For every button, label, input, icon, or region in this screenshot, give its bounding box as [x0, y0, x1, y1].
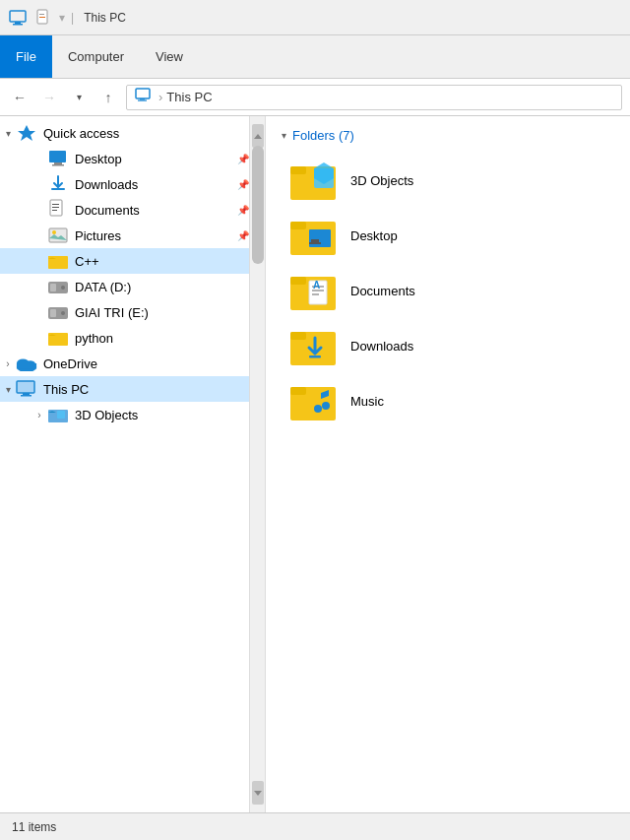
ribbon: File Computer View	[0, 35, 630, 79]
desktop-folder-icon	[289, 214, 341, 257]
downloads-folder-name: Downloads	[350, 339, 413, 354]
folder-grid: 3D Objects Desktop	[282, 155, 614, 426]
downloads-icon	[47, 173, 69, 195]
svg-rect-1	[15, 22, 21, 24]
svg-rect-13	[51, 188, 65, 190]
folder-item-desktop[interactable]: Desktop	[282, 210, 614, 261]
cpp-label: C++	[75, 254, 99, 269]
3d-objects-name: 3D Objects	[350, 173, 413, 188]
sidebar-item-desktop[interactable]: Desktop 📌	[0, 146, 265, 171]
svg-rect-12	[52, 164, 64, 166]
svg-rect-47	[309, 242, 321, 244]
quick-access-label: Quick access	[43, 126, 119, 141]
up-button[interactable]: ↑	[96, 86, 120, 109]
expand-arrow-onedrive: ›	[0, 358, 16, 369]
sidebar-item-giai-tri[interactable]: GIAI TRI (E:)	[0, 299, 265, 325]
3d-objects-label: 3D Objects	[75, 408, 138, 422]
svg-rect-34	[17, 381, 34, 393]
back-button[interactable]: ←	[8, 86, 32, 109]
3d-objects-icon	[47, 404, 69, 425]
folders-section-header: ▾ Folders (7)	[282, 128, 614, 143]
tab-computer[interactable]: Computer	[52, 35, 140, 78]
svg-point-19	[52, 230, 56, 234]
drive-d-icon	[47, 276, 69, 297]
path-separator: ›	[158, 90, 162, 104]
svg-point-27	[61, 311, 65, 315]
svg-rect-57	[309, 355, 321, 358]
svg-rect-38	[57, 411, 65, 419]
svg-rect-46	[311, 239, 319, 242]
folder-item-3d-objects[interactable]: 3D Objects	[282, 155, 614, 206]
folder-item-downloads[interactable]: Downloads	[282, 320, 614, 371]
documents-label: Documents	[75, 203, 140, 218]
svg-text:A: A	[313, 280, 320, 291]
sidebar-item-python[interactable]: python	[0, 325, 265, 351]
sidebar-item-documents[interactable]: Documents 📌	[0, 197, 265, 223]
svg-rect-45	[309, 229, 331, 247]
music-folder-icon	[289, 379, 341, 422]
window-title: This PC	[84, 11, 126, 25]
sidebar-item-3d-objects[interactable]: › 3D Objects	[0, 402, 265, 427]
folder-item-documents[interactable]: A Documents	[282, 265, 614, 316]
svg-rect-17	[52, 210, 57, 211]
drive-e-icon	[47, 301, 69, 323]
onedrive-icon	[16, 353, 37, 374]
svg-rect-40	[290, 166, 306, 174]
sidebar-item-quick-access[interactable]: ▾ Quick access	[0, 120, 265, 146]
sidebar-item-onedrive[interactable]: › OneDrive	[0, 351, 265, 376]
item-count: 11 items	[12, 820, 56, 834]
svg-rect-49	[290, 277, 306, 285]
cpp-folder-icon	[47, 250, 69, 272]
scroll-up-button[interactable]	[252, 124, 264, 148]
svg-rect-8	[138, 99, 147, 100]
svg-rect-5	[39, 14, 44, 15]
svg-point-60	[314, 405, 322, 413]
sidebar-scrollbar[interactable]	[249, 116, 265, 812]
this-pc-label: This PC	[43, 382, 89, 397]
svg-rect-0	[10, 11, 26, 22]
sidebar-item-data-d[interactable]: DATA (D:)	[0, 274, 265, 299]
address-bar: ← → ▾ ↑ › This PC	[0, 79, 630, 116]
expand-arrow-this-pc: ▾	[0, 384, 16, 395]
svg-marker-9	[18, 125, 35, 141]
svg-rect-35	[23, 393, 30, 395]
svg-rect-4	[39, 17, 45, 18]
music-folder-name: Music	[350, 394, 384, 409]
scroll-thumb[interactable]	[252, 146, 264, 264]
tab-file[interactable]: File	[0, 35, 52, 78]
scroll-up-arrow	[254, 134, 262, 139]
svg-rect-36	[21, 395, 32, 397]
svg-rect-11	[54, 162, 62, 164]
svg-rect-44	[290, 222, 306, 229]
desktop-folder-name: Desktop	[350, 228, 398, 243]
svg-rect-32	[17, 363, 36, 369]
expand-arrow: ▾	[0, 128, 16, 139]
quick-access-icon	[16, 122, 37, 144]
pc-icon	[135, 88, 153, 107]
sidebar-item-downloads[interactable]: Downloads 📌	[0, 171, 265, 197]
tab-view[interactable]: View	[140, 35, 199, 78]
scroll-down-arrow	[254, 791, 262, 796]
recent-button[interactable]: ▾	[67, 86, 91, 109]
path-label: This PC	[166, 90, 212, 104]
svg-rect-10	[49, 151, 66, 162]
expand-arrow-3d: ›	[32, 410, 47, 420]
address-path[interactable]: › This PC	[126, 85, 622, 110]
downloads-label: Downloads	[75, 177, 138, 192]
sidebar-item-this-pc[interactable]: ▾ This PC	[0, 376, 265, 402]
separator: ▾	[59, 11, 65, 25]
documents-icon	[47, 199, 69, 221]
sidebar-item-cpp[interactable]: C++	[0, 248, 265, 274]
section-collapse-arrow[interactable]: ▾	[282, 130, 286, 141]
folders-section-title: Folders (7)	[292, 128, 354, 143]
sidebar-item-pictures[interactable]: Pictures 📌	[0, 223, 265, 248]
scroll-down-button[interactable]	[252, 781, 264, 805]
status-bar: 11 items	[0, 812, 630, 840]
documents-folder-icon: A	[289, 269, 341, 312]
folder-item-music[interactable]: Music	[282, 375, 614, 426]
forward-button[interactable]: →	[37, 86, 61, 109]
title-bar: ▾ | This PC	[0, 0, 630, 35]
document-icon	[33, 8, 53, 28]
documents-folder-name: Documents	[350, 284, 415, 298]
giai-tri-label: GIAI TRI (E:)	[75, 305, 149, 320]
